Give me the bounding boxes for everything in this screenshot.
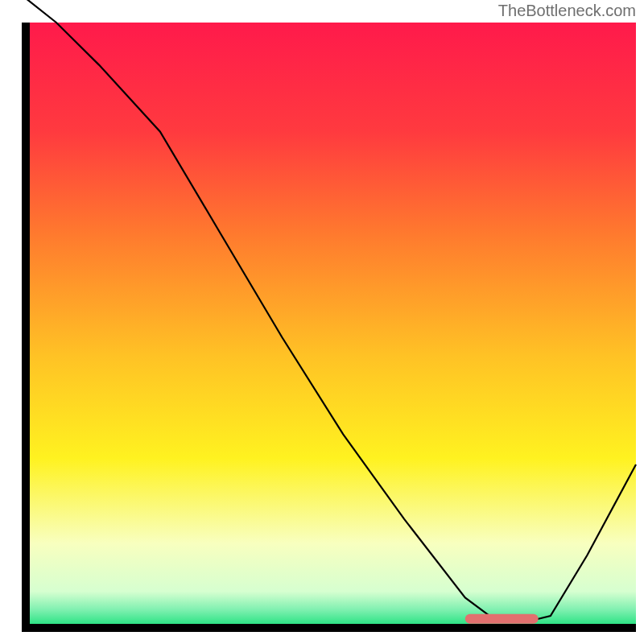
chart-container: TheBottleneck.com [0,0,644,644]
bottleneck-chart [0,0,644,644]
optimum-indicator [465,614,539,624]
plot-background [26,23,636,628]
